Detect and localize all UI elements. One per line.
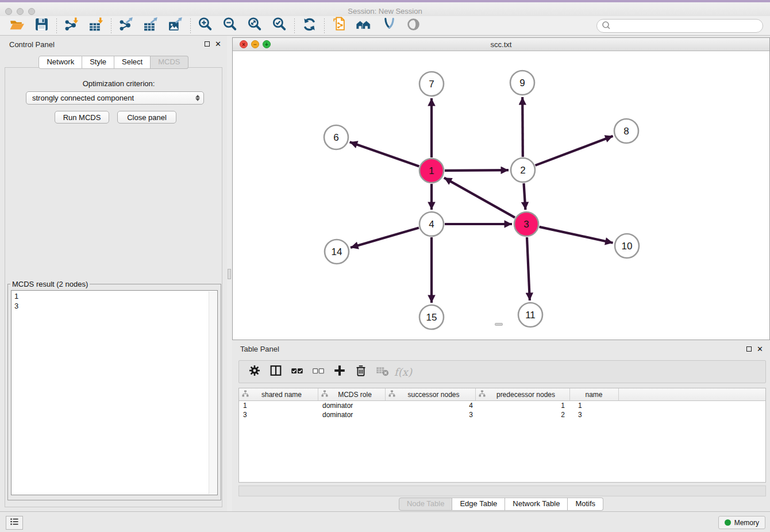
import-network-icon [64,17,79,34]
run-mcds-button[interactable]: Run MCDS [55,111,109,124]
delete-button[interactable] [350,363,371,380]
graph-node-3[interactable]: 3 [514,212,538,236]
zoom-out-button[interactable] [218,17,242,35]
table-tab-motifs[interactable]: Motifs [568,498,603,511]
apply-style-button[interactable] [376,17,401,35]
toolbar-separator [324,18,325,33]
delete-icon [354,364,368,380]
table-body: 1dominator4113dominator323 [239,401,765,419]
open-session-button[interactable] [5,17,29,35]
export-image-button[interactable] [163,17,188,35]
mcds-result-textarea[interactable]: 13 [11,290,218,495]
export-table-button[interactable] [138,17,163,35]
column-header-predecessor-nodes[interactable]: predecessor nodes [476,388,570,400]
network-resize-handle[interactable] [495,323,503,326]
clone-network-button[interactable] [327,17,352,35]
graph-edge-1-2[interactable] [445,170,509,171]
zoom-selected-button[interactable] [267,17,292,35]
graph-node-6[interactable]: 6 [324,125,348,149]
show-hide-button[interactable] [401,17,426,35]
main-toolbar [0,16,770,36]
graph-node-14[interactable]: 14 [325,240,349,264]
close-panel-button[interactable]: Close panel [117,111,176,124]
vertical-splitter[interactable] [227,36,232,511]
graph-edge-4-14[interactable] [351,228,419,248]
graph-edge-2-3[interactable] [524,183,526,210]
control-panel-float-button[interactable] [205,41,210,47]
table-cell[interactable]: dominator [318,401,386,410]
memory-button[interactable]: Memory [718,516,765,529]
control-panel-tab-style[interactable]: Style [82,56,114,69]
deselect-all-button[interactable] [307,363,329,380]
graph-node-4[interactable]: 4 [419,212,444,236]
search-box[interactable] [596,19,763,33]
graph-node-2[interactable]: 2 [511,158,535,182]
table-cell[interactable]: 2 [476,410,570,419]
refresh-button[interactable] [297,17,322,35]
import-network-button[interactable] [59,17,84,35]
control-panel: Control Panel ✕ NetworkStyleSelectMCDS O… [0,36,227,511]
table-cell[interactable]: 4 [386,401,476,410]
graph-node-11[interactable]: 11 [518,303,542,327]
table-panel-close-button[interactable]: ✕ [757,346,763,352]
criterion-select[interactable]: strongly connected component [26,91,204,105]
control-panel-close-button[interactable]: ✕ [215,41,221,47]
import-table-button[interactable] [84,17,109,35]
home-button[interactable] [352,17,376,35]
table-cell[interactable]: 3 [386,410,476,419]
table-row[interactable]: 1dominator411 [239,401,765,410]
graph-edge-2-9[interactable] [522,97,523,157]
network-window-title: scc.txt [233,40,769,49]
columns-button[interactable] [265,363,286,380]
graph-edge-3-10[interactable] [540,227,613,243]
column-header-MCDS-role[interactable]: MCDS role [318,388,386,400]
column-header-name[interactable]: name [570,388,619,400]
search-input[interactable] [610,20,763,32]
table-cell[interactable]: 3 [570,410,619,419]
graph-node-1[interactable]: 1 [419,159,444,183]
select-all-button[interactable] [286,363,307,380]
table-cell[interactable]: 1 [239,401,318,410]
column-header-shared-name[interactable]: shared name [239,388,318,400]
table-header-row: shared nameMCDS rolesuccessor nodesprede… [239,388,765,401]
export-network-button[interactable] [114,17,138,35]
graph-edge-3-11[interactable] [527,237,530,300]
graph-edge-3-1[interactable] [444,178,515,217]
add-button[interactable] [329,363,350,380]
table-cell[interactable]: 3 [239,410,318,419]
task-history-button[interactable] [6,516,23,530]
result-scrollbar[interactable] [209,291,217,494]
table-cell[interactable]: 1 [476,401,570,410]
graph-edge-1-6[interactable] [350,142,419,166]
control-panel-tab-network[interactable]: Network [38,56,82,69]
table-panel-float-button[interactable] [746,346,752,352]
table-tab-network-table[interactable]: Network Table [505,498,568,511]
graph-node-9[interactable]: 9 [510,71,534,95]
network-canvas[interactable]: 7968124314101511 [233,51,769,340]
node-label: 4 [429,219,434,230]
optimization-criterion-label: Optimization criterion: [5,79,232,88]
export-table-icon [143,17,159,34]
table-cell[interactable]: dominator [318,410,386,419]
zoom-in-icon [198,17,213,34]
table-tab-edge-table[interactable]: Edge Table [452,498,505,511]
save-session-button[interactable] [29,17,54,35]
graph-edge-2-8[interactable] [536,136,613,165]
control-panel-tab-select[interactable]: Select [114,56,151,69]
graph-node-15[interactable]: 15 [419,305,444,329]
graph-node-8[interactable]: 8 [614,119,638,143]
graph-node-7[interactable]: 7 [419,72,444,96]
table-row[interactable]: 3dominator323 [239,410,765,419]
settings-button[interactable] [244,363,265,380]
node-label: 1 [429,165,434,176]
table-tab-node-table[interactable]: Node Table [399,498,453,511]
column-header-successor-nodes[interactable]: successor nodes [386,388,476,400]
graph-node-10[interactable]: 10 [615,234,639,258]
table-hscrollbar[interactable] [238,485,766,496]
control-panel-tab-mcds[interactable]: MCDS [151,56,188,69]
zoom-fit-button[interactable] [242,17,267,35]
splitter-handle[interactable] [228,269,231,279]
table-cell[interactable]: 1 [570,401,619,410]
mcds-result-lines: 13 [11,291,217,311]
zoom-in-button[interactable] [193,17,218,35]
